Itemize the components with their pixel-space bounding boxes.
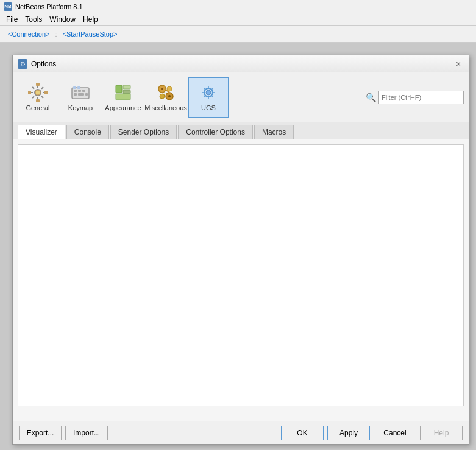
main-background: ⚙ Options × Ge	[0, 43, 476, 450]
apply-button[interactable]: Apply	[327, 426, 370, 440]
dialog-footer: Export... Import... OK Apply Cancel Help	[13, 421, 469, 444]
svg-point-5	[35, 90, 40, 95]
tabs-bar: Visualizer Console Sender Options Contro…	[13, 122, 469, 139]
options-icons: General Keymap	[18, 77, 229, 118]
svg-rect-9	[82, 90, 85, 92]
svg-point-23	[167, 86, 172, 91]
appearance-icon	[113, 83, 133, 102]
content-area	[18, 144, 464, 406]
option-btn-ugs[interactable]: UGS	[188, 77, 229, 118]
dialog-icon: ⚙	[18, 59, 27, 69]
option-ugs-label: UGS	[201, 104, 216, 111]
tab-controller-options[interactable]: Controller Options	[178, 125, 253, 139]
dialog-title-bar: ⚙ Options ×	[13, 55, 469, 72]
svg-rect-14	[77, 86, 80, 89]
menu-help[interactable]: Help	[79, 15, 102, 24]
svg-rect-7	[74, 90, 77, 92]
footer-right: OK Apply Cancel Help	[281, 426, 463, 440]
svg-point-24	[160, 94, 165, 99]
toolbar-action[interactable]: <StartPauseStop>	[59, 29, 122, 40]
title-bar: NB NetBeans Platform 8.1	[0, 0, 476, 13]
tab-console[interactable]: Console	[66, 125, 109, 139]
options-dialog: ⚙ Options × Ge	[12, 55, 469, 445]
option-btn-keymap[interactable]: Keymap	[60, 77, 101, 118]
tab-sender-options[interactable]: Sender Options	[110, 125, 177, 139]
option-miscellaneous-label: Miscellaneous	[144, 104, 187, 111]
svg-point-26	[206, 90, 211, 95]
ugs-icon	[199, 83, 218, 102]
search-icon: 🔍	[366, 93, 376, 102]
miscellaneous-icon	[156, 83, 176, 102]
toolbar: <Connection> : <StartPauseStop>	[0, 26, 476, 43]
ok-button[interactable]: OK	[281, 426, 324, 440]
svg-rect-3	[28, 91, 31, 94]
menu-tools[interactable]: Tools	[21, 15, 46, 24]
dialog-title-left: ⚙ Options	[18, 59, 56, 69]
svg-rect-8	[78, 90, 81, 92]
search-input[interactable]	[378, 91, 464, 104]
svg-rect-1	[36, 83, 40, 86]
svg-rect-13	[73, 86, 76, 89]
options-toolbar: General Keymap	[13, 72, 469, 122]
svg-rect-4	[44, 91, 48, 94]
app-title: NetBeans Platform 8.1	[15, 3, 83, 10]
svg-point-22	[168, 95, 171, 97]
option-btn-appearance[interactable]: Appearance	[103, 77, 143, 118]
app-icon: NB	[4, 2, 12, 11]
menu-window[interactable]: Window	[46, 15, 79, 24]
option-btn-general[interactable]: General	[18, 77, 58, 118]
svg-rect-15	[116, 85, 122, 93]
dialog-title: Options	[31, 60, 56, 68]
help-button[interactable]: Help	[420, 426, 463, 440]
search-area: 🔍	[366, 91, 464, 104]
tab-macros[interactable]: Macros	[254, 125, 294, 139]
export-button[interactable]: Export...	[19, 426, 62, 440]
option-appearance-label: Appearance	[105, 104, 141, 111]
cancel-button[interactable]: Cancel	[374, 426, 416, 440]
svg-point-20	[161, 88, 163, 90]
import-button[interactable]: Import...	[65, 426, 108, 440]
option-btn-miscellaneous[interactable]: Miscellaneous	[146, 77, 186, 118]
svg-rect-12	[85, 93, 88, 96]
menu-bar: File Tools Window Help	[0, 13, 476, 26]
svg-rect-11	[78, 93, 84, 96]
svg-rect-16	[123, 85, 130, 89]
option-keymap-label: Keymap	[68, 104, 93, 111]
toolbar-connection[interactable]: <Connection>	[4, 29, 54, 40]
dialog-close-button[interactable]: ×	[453, 58, 464, 69]
option-general-label: General	[26, 104, 49, 111]
tab-visualizer[interactable]: Visualizer	[18, 125, 65, 139]
keymap-icon	[71, 83, 90, 102]
footer-left: Export... Import...	[19, 426, 108, 440]
svg-rect-18	[116, 94, 130, 100]
svg-rect-17	[123, 90, 130, 94]
svg-rect-2	[36, 99, 40, 102]
menu-file[interactable]: File	[2, 15, 21, 24]
toolbar-separator: :	[55, 30, 57, 38]
svg-rect-10	[74, 93, 77, 96]
general-icon	[28, 83, 48, 102]
